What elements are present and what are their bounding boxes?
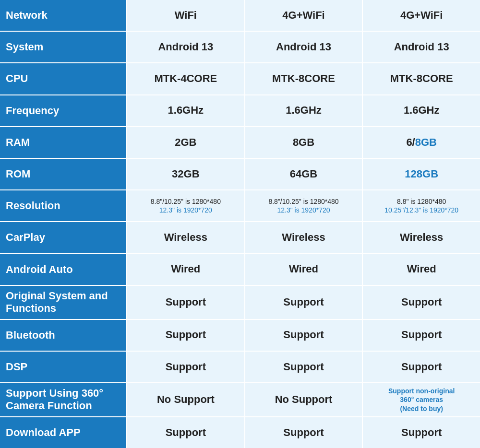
- col3-value: 6/8GB: [363, 127, 480, 158]
- row-label: Bluetooth: [0, 320, 127, 351]
- table-row: CPUMTK-4COREMTK-8COREMTK-8CORE: [0, 63, 480, 95]
- col1-value: Support: [127, 320, 245, 351]
- col3-value: Wired: [363, 254, 480, 285]
- col2-value: Support: [245, 320, 363, 351]
- col1-value: Wireless: [127, 222, 245, 253]
- row-label: RAM: [0, 127, 127, 158]
- col3-value: Android 13: [363, 32, 480, 62]
- col3-value: Support non-original360° cameras(Need to…: [363, 383, 480, 416]
- col1-value: Wired: [127, 254, 245, 285]
- row-label: Android Auto: [0, 254, 127, 285]
- table-row: Support Using 360° Camera FunctionNo Sup…: [0, 383, 480, 417]
- col3-value: 1.6GHz: [363, 95, 480, 126]
- col2-value: MTK-8CORE: [245, 63, 363, 94]
- row-label: Resolution: [0, 190, 127, 221]
- col1-value: Support: [127, 352, 245, 382]
- table-row: Download APPSupportSupportSupport: [0, 417, 480, 448]
- col1-value: 8.8"/10.25" is 1280*48012.3" is 1920*720: [127, 190, 245, 221]
- table-row: SystemAndroid 13Android 13Android 13: [0, 32, 480, 63]
- row-label: CPU: [0, 63, 127, 94]
- col3-value: MTK-8CORE: [363, 63, 480, 94]
- table-row: Original System and FunctionsSupportSupp…: [0, 286, 480, 320]
- col3-value: Support: [363, 352, 480, 382]
- row-label: CarPlay: [0, 222, 127, 253]
- table-row: Resolution8.8"/10.25" is 1280*48012.3" i…: [0, 190, 480, 222]
- row-label: Support Using 360° Camera Function: [0, 383, 127, 416]
- col2-value: Android 13: [245, 32, 363, 62]
- col1-value: Support: [127, 417, 245, 448]
- row-label: DSP: [0, 352, 127, 382]
- col2-value: Support: [245, 352, 363, 382]
- col1-value: MTK-4CORE: [127, 63, 245, 94]
- col1-value: Android 13: [127, 32, 245, 62]
- col3-value: Wireless: [363, 222, 480, 253]
- row-label: Network: [0, 0, 127, 31]
- col2-value: 8.8"/10.25" is 1280*48012.3" is 1920*720: [245, 190, 363, 221]
- col3-value: Support: [363, 417, 480, 448]
- table-row: ROM32GB64GB128GB: [0, 159, 480, 190]
- row-label: Frequency: [0, 95, 127, 126]
- table-row: NetworkWiFi4G+WiFi4G+WiFi: [0, 0, 480, 32]
- row-label: Download APP: [0, 417, 127, 448]
- col2-value: Wired: [245, 254, 363, 285]
- table-row: CarPlayWirelessWirelessWireless: [0, 222, 480, 254]
- table-row: Android AutoWiredWiredWired: [0, 254, 480, 286]
- col3-value: Support: [363, 286, 480, 319]
- col2-value: Support: [245, 286, 363, 319]
- col1-value: 32GB: [127, 159, 245, 189]
- comparison-table: NetworkWiFi4G+WiFi4G+WiFiSystemAndroid 1…: [0, 0, 480, 448]
- col2-value: 1.6GHz: [245, 95, 363, 126]
- col2-value: No Support: [245, 383, 363, 416]
- row-label: Original System and Functions: [0, 286, 127, 319]
- col1-value: No Support: [127, 383, 245, 416]
- col2-value: 8GB: [245, 127, 363, 158]
- table-row: BluetoothSupportSupportSupport: [0, 320, 480, 352]
- col2-value: 64GB: [245, 159, 363, 189]
- row-label: System: [0, 32, 127, 62]
- table-row: Frequency1.6GHz1.6GHz1.6GHz: [0, 95, 480, 127]
- col1-value: Support: [127, 286, 245, 319]
- col2-value: 4G+WiFi: [245, 0, 363, 31]
- table-row: DSPSupportSupportSupport: [0, 352, 480, 383]
- table-row: RAM2GB8GB6/8GB: [0, 127, 480, 159]
- col2-value: Support: [245, 417, 363, 448]
- col2-value: Wireless: [245, 222, 363, 253]
- col3-value: 4G+WiFi: [363, 0, 480, 31]
- col1-value: 2GB: [127, 127, 245, 158]
- col1-value: 1.6GHz: [127, 95, 245, 126]
- row-label: ROM: [0, 159, 127, 189]
- col3-value: 128GB: [363, 159, 480, 189]
- col1-value: WiFi: [127, 0, 245, 31]
- col3-value: 8.8" is 1280*48010.25"/12.3" is 1920*720: [363, 190, 480, 221]
- col3-value: Support: [363, 320, 480, 351]
